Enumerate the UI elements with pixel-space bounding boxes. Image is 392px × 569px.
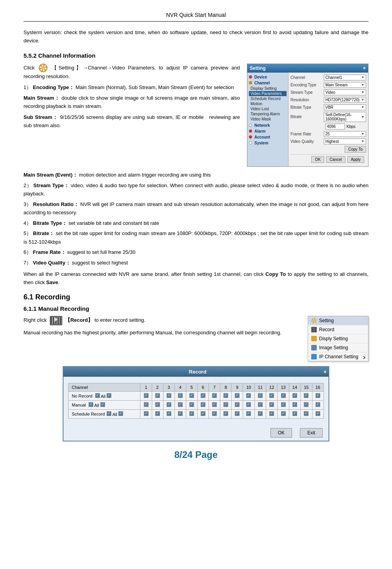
value-bitrate-type[interactable]: VBR ▼ bbox=[324, 104, 366, 110]
context-menu-ip-channel[interactable]: IP Channel Setting bbox=[308, 352, 368, 361]
cell-schedule-10[interactable] bbox=[243, 409, 254, 418]
cell-schedule-14[interactable] bbox=[289, 409, 300, 418]
cell-manual-13[interactable] bbox=[278, 400, 289, 409]
record-dialog-close-button[interactable]: × bbox=[323, 369, 327, 375]
cell-no-record-3[interactable] bbox=[163, 391, 174, 400]
cell-no-record-8[interactable] bbox=[220, 391, 232, 400]
col-11: 11 bbox=[254, 383, 266, 391]
setting-dialog: Setting × Device Channel Display Setting bbox=[247, 64, 368, 167]
field-video-quality: Video Quality Highest ▼ bbox=[290, 139, 366, 144]
value-resolution[interactable]: HD720P(1280*720) ▼ bbox=[324, 97, 366, 103]
sidebar-item-video-mask[interactable]: Video Mask bbox=[249, 117, 287, 122]
cell-no-record-16[interactable] bbox=[312, 391, 323, 400]
cell-no-record-5[interactable] bbox=[186, 391, 197, 400]
table-row-schedule-record: Schedule Record All bbox=[69, 409, 324, 418]
bitrate-input-field[interactable] bbox=[325, 124, 345, 129]
dialog-ok-button[interactable]: OK bbox=[311, 156, 324, 163]
right-click-para: Right click 【Record】 to enter record set… bbox=[24, 316, 301, 325]
cell-no-record-2[interactable] bbox=[152, 391, 163, 400]
cell-no-record-7[interactable] bbox=[209, 391, 220, 400]
value-encoding-type[interactable]: Main Stream ▼ bbox=[324, 82, 366, 88]
cell-manual-2[interactable] bbox=[152, 400, 163, 409]
value-channel[interactable]: Channel1 ▼ bbox=[324, 75, 366, 80]
frame-rate-item: 6） Frame Rate： suggest to set full frame… bbox=[24, 248, 368, 256]
cell-schedule-12[interactable] bbox=[266, 409, 277, 418]
cell-manual-16[interactable] bbox=[312, 400, 323, 409]
cell-manual-7[interactable] bbox=[209, 400, 220, 409]
value-stream-type[interactable]: Video ▼ bbox=[324, 89, 366, 95]
cell-schedule-13[interactable] bbox=[278, 409, 289, 418]
sidebar-item-schedule-record[interactable]: Schedule Record bbox=[249, 96, 287, 101]
section-61-title: 6.1 Recording bbox=[24, 293, 368, 301]
context-menu-setting[interactable]: Setting bbox=[308, 316, 368, 325]
cell-manual-8[interactable] bbox=[220, 400, 232, 409]
cell-schedule-7[interactable] bbox=[209, 409, 220, 418]
cell-no-record-15[interactable] bbox=[301, 391, 312, 400]
cell-manual-3[interactable] bbox=[163, 400, 174, 409]
cell-manual-10[interactable] bbox=[243, 400, 254, 409]
cb-manual-all2[interactable] bbox=[100, 402, 105, 407]
sidebar-item-video-lost[interactable]: Video Lost bbox=[249, 106, 287, 111]
label-resolution: Resolution bbox=[290, 98, 324, 102]
cell-manual-15[interactable] bbox=[301, 400, 312, 409]
cell-manual-12[interactable] bbox=[266, 400, 277, 409]
cb-schedule-all2[interactable] bbox=[118, 411, 123, 416]
cell-schedule-4[interactable] bbox=[174, 409, 186, 418]
context-menu-display-setting[interactable]: Disply Setting bbox=[308, 334, 368, 343]
sidebar-item-motion[interactable]: Motion bbox=[249, 101, 287, 106]
cell-no-record-13[interactable] bbox=[278, 391, 289, 400]
cell-schedule-6[interactable] bbox=[197, 409, 209, 418]
dialog-close-button[interactable]: × bbox=[363, 66, 366, 71]
label-channel: Channel bbox=[290, 75, 324, 80]
cb-manual-all[interactable] bbox=[89, 402, 93, 407]
record-ok-button[interactable]: OK bbox=[270, 428, 292, 438]
cell-no-record-11[interactable] bbox=[254, 391, 266, 400]
copy-to-button[interactable]: Copy To bbox=[345, 146, 366, 153]
label-encoding-type: Encoding Type bbox=[290, 83, 324, 87]
cell-schedule-5[interactable] bbox=[186, 409, 197, 418]
image-setting-menu-icon bbox=[311, 345, 317, 350]
dialog-apply-button[interactable]: Apply bbox=[347, 156, 364, 163]
cell-no-record-4[interactable] bbox=[174, 391, 186, 400]
stream-type-item: 2） Stream Type： video, video & audio two… bbox=[24, 181, 368, 198]
cell-no-record-12[interactable] bbox=[266, 391, 277, 400]
cell-schedule-3[interactable] bbox=[163, 409, 174, 418]
cell-manual-11[interactable] bbox=[254, 400, 266, 409]
cell-manual-14[interactable] bbox=[289, 400, 300, 409]
cell-schedule-1[interactable] bbox=[140, 409, 152, 418]
sidebar-item-display-setting[interactable]: Display Setting bbox=[249, 86, 287, 91]
chevron-down-icon-6: ▼ bbox=[361, 115, 365, 119]
cell-no-record-6[interactable] bbox=[197, 391, 209, 400]
dialog-cancel-button[interactable]: Cancel bbox=[326, 156, 345, 163]
value-bitrate[interactable]: Self-Define(16-16000Kbps) ▼ bbox=[324, 112, 366, 122]
cell-schedule-2[interactable] bbox=[152, 409, 163, 418]
dialog-title-text: Setting bbox=[250, 66, 266, 71]
cell-schedule-16[interactable] bbox=[312, 409, 323, 418]
cell-manual-5[interactable] bbox=[186, 400, 197, 409]
context-menu-image-setting[interactable]: Image Setting bbox=[308, 343, 368, 352]
cb-no-record-all2[interactable] bbox=[107, 393, 111, 398]
cell-no-record-14[interactable] bbox=[289, 391, 300, 400]
cb-schedule-all[interactable] bbox=[107, 411, 111, 416]
bullet-account bbox=[249, 135, 252, 139]
cell-no-record-10[interactable] bbox=[243, 391, 254, 400]
cell-schedule-9[interactable] bbox=[232, 409, 243, 418]
cell-manual-4[interactable] bbox=[174, 400, 186, 409]
cell-no-record-9[interactable] bbox=[232, 391, 243, 400]
context-menu-record[interactable]: Record bbox=[308, 325, 368, 334]
sidebar-item-tampering-alarm[interactable]: Tampering Alarm bbox=[249, 111, 287, 117]
sidebar-item-video-params[interactable]: Video Parameters bbox=[249, 91, 287, 96]
cell-schedule-11[interactable] bbox=[254, 409, 266, 418]
bitrate-type-item: 4） Bitrate Type： set variable bit rate a… bbox=[24, 219, 368, 227]
cell-schedule-15[interactable] bbox=[301, 409, 312, 418]
value-frame-rate[interactable]: 25 ▼ bbox=[324, 131, 366, 137]
cell-no-record-1[interactable] bbox=[140, 391, 152, 400]
cb-no-record-all[interactable] bbox=[95, 393, 100, 398]
cell-manual-6[interactable] bbox=[197, 400, 209, 409]
value-video-quality[interactable]: Highest ▼ bbox=[324, 139, 366, 144]
cell-manual-9[interactable] bbox=[232, 400, 243, 409]
record-exit-button[interactable]: Exit bbox=[300, 428, 323, 438]
cell-manual-1[interactable] bbox=[140, 400, 152, 409]
chevron-down-icon-7: ▼ bbox=[361, 132, 365, 136]
cell-schedule-8[interactable] bbox=[220, 409, 232, 418]
